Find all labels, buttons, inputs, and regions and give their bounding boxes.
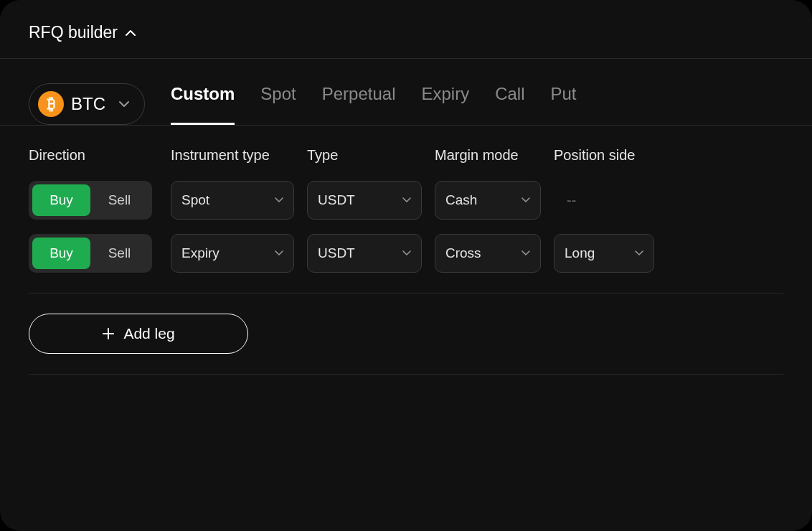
chevron-down-icon bbox=[402, 250, 411, 256]
instrument-type-select[interactable]: Spot bbox=[171, 181, 294, 220]
panel-header: RFQ builder bbox=[0, 0, 812, 59]
tab-spot[interactable]: Spot bbox=[260, 84, 296, 125]
direction-toggle: Buy Sell bbox=[29, 234, 152, 273]
chevron-down-icon bbox=[635, 250, 643, 256]
tab-call[interactable]: Call bbox=[495, 84, 524, 125]
strategy-tabs: Custom Spot Perpetual Expiry Call Put bbox=[171, 84, 783, 124]
select-value: Spot bbox=[181, 192, 209, 208]
type-select[interactable]: USDT bbox=[307, 234, 422, 273]
chevron-down-icon bbox=[402, 197, 411, 203]
type-select[interactable]: USDT bbox=[307, 181, 422, 220]
asset-selector[interactable]: ₿ BTC bbox=[29, 83, 145, 125]
select-value: USDT bbox=[318, 192, 355, 208]
divider bbox=[29, 374, 783, 375]
add-leg-button[interactable]: Add leg bbox=[29, 314, 248, 354]
col-instrument-type: Instrument type bbox=[171, 147, 294, 166]
add-leg-label: Add leg bbox=[123, 325, 174, 342]
sell-button[interactable]: Sell bbox=[90, 184, 148, 216]
direction-toggle: Buy Sell bbox=[29, 181, 152, 220]
add-leg-row: Add leg bbox=[0, 293, 812, 354]
plus-icon bbox=[102, 327, 115, 340]
legs-form: Direction Instrument type Type Margin mo… bbox=[0, 126, 812, 273]
asset-symbol: BTC bbox=[71, 94, 105, 114]
select-value: Cash bbox=[445, 192, 477, 208]
buy-button[interactable]: Buy bbox=[32, 238, 90, 269]
tab-perpetual[interactable]: Perpetual bbox=[322, 84, 396, 125]
sell-button[interactable]: Sell bbox=[90, 238, 148, 269]
chevron-down-icon bbox=[275, 197, 283, 203]
chevron-down-icon bbox=[118, 100, 130, 108]
position-side-empty: -- bbox=[554, 192, 654, 209]
chevron-down-icon bbox=[275, 250, 283, 256]
chevron-down-icon bbox=[521, 197, 530, 203]
tab-custom[interactable]: Custom bbox=[171, 84, 235, 125]
col-type: Type bbox=[307, 147, 422, 166]
col-position-side: Position side bbox=[554, 147, 654, 166]
legs-grid: Direction Instrument type Type Margin mo… bbox=[29, 147, 783, 273]
panel-title: RFQ builder bbox=[29, 23, 118, 42]
margin-mode-select[interactable]: Cross bbox=[435, 234, 541, 273]
col-direction: Direction bbox=[29, 147, 158, 166]
position-side-select[interactable]: Long bbox=[554, 234, 654, 273]
chevron-down-icon bbox=[521, 250, 530, 256]
chevron-up-icon[interactable] bbox=[125, 27, 136, 39]
select-value: Long bbox=[565, 245, 595, 261]
bitcoin-icon: ₿ bbox=[38, 91, 64, 117]
instrument-type-select[interactable]: Expiry bbox=[171, 234, 294, 273]
tab-put[interactable]: Put bbox=[551, 84, 577, 125]
tab-expiry[interactable]: Expiry bbox=[421, 84, 469, 125]
select-value: Expiry bbox=[181, 245, 219, 261]
select-value: Cross bbox=[445, 245, 481, 261]
select-value: USDT bbox=[318, 245, 355, 261]
asset-tabs-row: ₿ BTC Custom Spot Perpetual Expiry Call … bbox=[0, 59, 812, 126]
margin-mode-select[interactable]: Cash bbox=[435, 181, 541, 220]
buy-button[interactable]: Buy bbox=[32, 184, 90, 216]
col-margin-mode: Margin mode bbox=[435, 147, 541, 166]
rfq-builder-panel: RFQ builder ₿ BTC Custom Spot Perpetual … bbox=[0, 0, 812, 531]
